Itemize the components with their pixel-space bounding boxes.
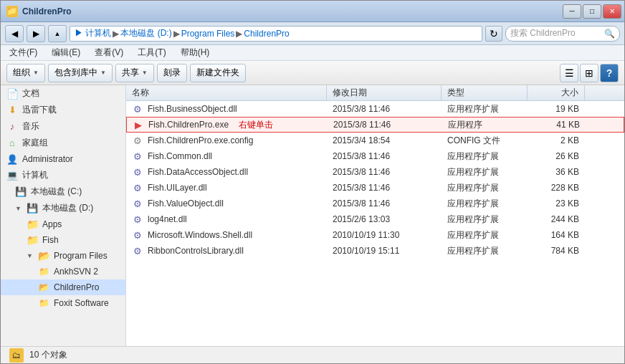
right-click-hint: 右键单击 — [239, 119, 273, 131]
thunder-icon: ⬇ — [6, 105, 18, 116]
share-arrow: ▼ — [142, 70, 148, 76]
search-icon[interactable]: 🔍 — [604, 29, 615, 39]
sidebar-content: 📄 文档 ⬇ 迅雷下载 ♪ 音乐 ⌂ 家庭组 — [1, 85, 125, 346]
file-size: 23 KB — [528, 196, 585, 211]
back-button[interactable]: ◀ — [5, 25, 24, 42]
menu-view[interactable]: 查看(V) — [92, 45, 126, 60]
file-icon: ⚙ — [132, 166, 143, 178]
table-row[interactable]: ⚙ Fish.ChildrenPro.exe.config 2015/3/4 1… — [126, 133, 624, 148]
sidebar-scroll[interactable]: 📄 文档 ⬇ 迅雷下载 ♪ 音乐 ⌂ 家庭组 — [1, 85, 125, 346]
col-header-type[interactable]: 类型 — [442, 85, 528, 100]
sidebar-item-homegroup[interactable]: ⌂ 家庭组 — [1, 135, 125, 151]
window-icon: 📁 — [6, 6, 18, 17]
sidebar-item-drive-d[interactable]: ▼ 💾 本地磁盘 (D:) — [1, 200, 125, 216]
sidebar-label-drive-d: 本地磁盘 (D:) — [42, 202, 93, 214]
sidebar-item-thunder[interactable]: ⬇ 迅雷下载 — [1, 102, 125, 118]
file-type: 应用程序扩展 — [442, 148, 528, 164]
path-programfiles[interactable]: Program Files — [181, 29, 235, 39]
organize-button[interactable]: 组织 ▼ — [6, 64, 45, 82]
file-date: 2015/3/8 11:46 — [327, 196, 442, 211]
table-row[interactable]: ⚙ Fish.BusinessObject.dll 2015/3/8 11:46… — [126, 101, 624, 117]
table-row[interactable]: ⚙ Fish.UILayer.dll 2015/3/8 11:46 应用程序扩展… — [126, 180, 624, 196]
expand-icon: ▼ — [15, 205, 22, 212]
status-count: 10 个对象 — [29, 349, 67, 361]
sidebar-item-childrenpro[interactable]: 📂 ChildrenPro — [1, 279, 125, 295]
childrenpro-folder-icon: 📂 — [38, 282, 49, 293]
sidebar-label-fish: Fish — [42, 235, 59, 245]
file-icon: ⚙ — [132, 103, 143, 115]
table-row[interactable]: ⚙ RibbonControlsLibrary.dll 2010/10/19 1… — [126, 243, 624, 259]
minimize-button[interactable]: ─ — [563, 4, 581, 19]
file-date: 2010/10/19 11:30 — [327, 227, 442, 243]
path-computer[interactable]: ▶ 计算机 — [75, 27, 111, 39]
menu-edit[interactable]: 编辑(E) — [49, 45, 83, 60]
include-library-label: 包含到库中 — [54, 67, 97, 79]
sidebar-label-documents: 文档 — [22, 87, 39, 100]
file-icon: ⚙ — [132, 198, 143, 209]
sidebar-item-apps[interactable]: 📁 Apps — [1, 216, 125, 232]
forward-button[interactable]: ▶ — [27, 25, 45, 42]
sidebar-item-foxit[interactable]: 📁 Foxit Software — [1, 295, 125, 311]
programfiles-expand-icon: ▼ — [27, 252, 34, 259]
new-folder-label: 新建文件夹 — [196, 67, 239, 79]
menu-file[interactable]: 文件(F) — [6, 45, 40, 60]
sidebar-label-drive-c: 本地磁盘 (C:) — [31, 186, 82, 198]
sidebar-item-computer[interactable]: 💻 计算机 — [1, 167, 125, 183]
sidebar-label-music: 音乐 — [22, 120, 39, 133]
up-button[interactable]: ▲ — [48, 25, 67, 42]
menu-tools[interactable]: 工具(T) — [135, 45, 168, 60]
maximize-button[interactable]: □ — [583, 4, 601, 19]
file-date: 2015/3/8 11:46 — [327, 164, 442, 180]
table-row[interactable]: ⚙ Fish.ValueObject.dll 2015/3/8 11:46 应用… — [126, 196, 624, 211]
new-folder-button[interactable]: 新建文件夹 — [190, 64, 246, 82]
path-drive[interactable]: 本地磁盘 (D:) — [120, 27, 171, 39]
sidebar-item-music[interactable]: ♪ 音乐 — [1, 118, 125, 135]
include-library-button[interactable]: 包含到库中 ▼ — [48, 64, 113, 82]
file-name-text: Microsoft.Windows.Shell.dll — [148, 230, 252, 240]
col-header-size[interactable]: 大小 — [528, 85, 585, 100]
table-row[interactable]: ⚙ Microsoft.Windows.Shell.dll 2010/10/19… — [126, 227, 624, 243]
sidebar-item-ankhsvn[interactable]: 📁 AnkhSVN 2 — [1, 264, 125, 279]
close-button[interactable]: ✕ — [603, 4, 621, 19]
apps-folder-icon: 📁 — [27, 219, 38, 230]
explorer-window: 📁 ChildrenPro ─ □ ✕ ◀ ▶ ▲ ▶ 计算机 ▶ 本地磁盘 (… — [0, 0, 625, 364]
table-row[interactable]: ⚙ Fish.Common.dll 2015/3/8 11:46 应用程序扩展 … — [126, 148, 624, 164]
view-list-button[interactable]: ☰ — [560, 64, 578, 82]
burn-button[interactable]: 刻录 — [157, 64, 187, 82]
file-name-text: Fish.BusinessObject.dll — [148, 104, 237, 114]
sidebar-item-fish[interactable]: 📁 Fish — [1, 232, 125, 248]
file-date: 2015/3/8 11:46 — [328, 118, 442, 132]
file-name: ⚙ RibbonControlsLibrary.dll — [126, 243, 327, 259]
file-date: 2015/3/8 11:46 — [327, 101, 442, 117]
sidebar-label-foxit: Foxit Software — [54, 298, 109, 308]
file-type: 应用程序扩展 — [442, 164, 528, 180]
sidebar-item-administrator[interactable]: 👤 Administrator — [1, 151, 125, 167]
file-icon: ⚙ — [132, 214, 143, 225]
col-header-name[interactable]: 名称 — [126, 85, 327, 100]
file-size: 228 KB — [528, 180, 585, 196]
organize-arrow: ▼ — [33, 70, 39, 76]
file-type: CONFIG 文件 — [442, 133, 528, 148]
file-icon: ⚙ — [132, 182, 143, 193]
share-button[interactable]: 共享 ▼ — [115, 64, 154, 82]
sidebar-item-documents[interactable]: 📄 文档 — [1, 85, 125, 102]
refresh-button[interactable]: ↻ — [485, 26, 502, 42]
file-list[interactable]: ⚙ Fish.BusinessObject.dll 2015/3/8 11:46… — [126, 101, 624, 346]
menu-help[interactable]: 帮助(H) — [178, 45, 213, 60]
table-row[interactable]: ⚙ log4net.dll 2015/2/6 13:03 应用程序扩展 244 … — [126, 211, 624, 227]
address-path[interactable]: ▶ 计算机 ▶ 本地磁盘 (D:) ▶ Program Files ▶ Chil… — [70, 26, 482, 42]
help-button[interactable]: ? — [600, 64, 619, 82]
sidebar-item-drive-c[interactable]: 💾 本地磁盘 (C:) — [1, 183, 125, 200]
table-row[interactable]: ⚙ Fish.DataAccessObject.dll 2015/3/8 11:… — [126, 164, 624, 180]
search-box[interactable]: 搜索 ChildrenPro 🔍 — [505, 26, 620, 42]
path-childrenpro[interactable]: ChildrenPro — [244, 29, 289, 39]
file-name: ▶ Fish.ChildrenPro.exe 右键单击 — [127, 118, 328, 132]
sidebar-item-programfiles[interactable]: ▼ 📂 Program Files — [1, 248, 125, 264]
window-controls: ─ □ ✕ — [563, 4, 621, 19]
file-type: 应用程序扩展 — [442, 101, 528, 117]
file-name: ⚙ Fish.DataAccessObject.dll — [126, 164, 327, 180]
view-tiles-button[interactable]: ⊞ — [580, 64, 598, 82]
table-row[interactable]: ▶ Fish.ChildrenPro.exe 右键单击 2015/3/8 11:… — [126, 117, 624, 133]
file-type: 应用程序扩展 — [442, 227, 528, 243]
col-header-date[interactable]: 修改日期 — [327, 85, 442, 100]
